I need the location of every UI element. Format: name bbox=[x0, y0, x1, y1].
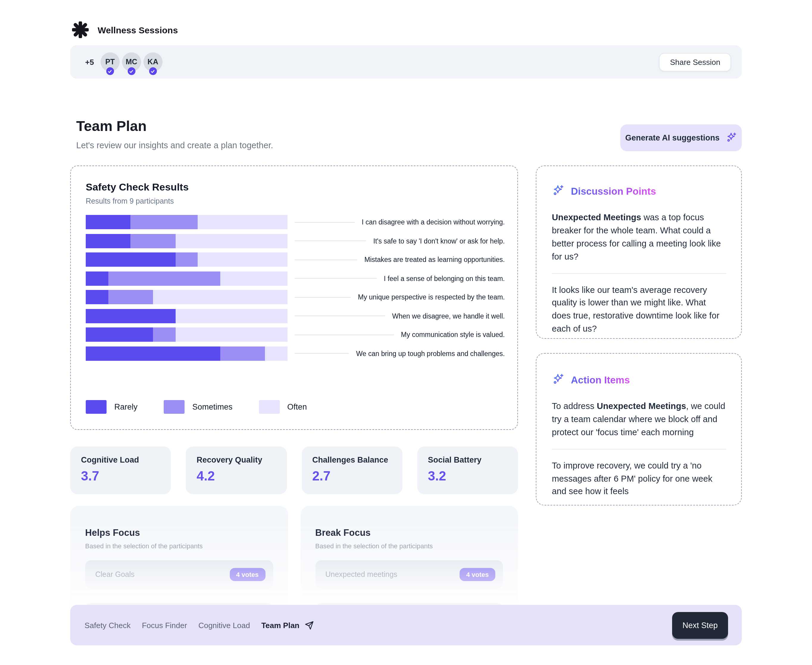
tab-label: Team Plan bbox=[261, 621, 300, 630]
legend-label: Often bbox=[287, 402, 307, 411]
bar-segment-sometimes bbox=[220, 346, 265, 360]
chart-row-label: My communication style is valued. bbox=[401, 331, 505, 338]
generate-ai-suggestions-button[interactable]: Generate AI suggestions bbox=[620, 124, 742, 151]
bar-segment-rarely bbox=[86, 271, 108, 285]
bar-segment-rarely bbox=[86, 328, 153, 342]
action-item: To address Unexpected Meetings, we could… bbox=[552, 390, 726, 449]
stacked-bar bbox=[86, 290, 288, 304]
discussion-point-bold: Unexpected Meetings bbox=[552, 213, 641, 222]
bar-segment-rarely bbox=[86, 215, 131, 229]
stacked-bar bbox=[86, 234, 288, 248]
chart-row: My unique perspective is respected by th… bbox=[86, 290, 505, 304]
chart-legend: RarelySometimesOften bbox=[86, 400, 517, 413]
discussion-point: Unexpected Meetings was a top focus brea… bbox=[552, 201, 726, 273]
checkmark-badge-icon bbox=[128, 67, 136, 75]
focus-panel-subtitle: Based in the selection of the participan… bbox=[315, 542, 503, 549]
chart-row: I feel a sense of belonging on this team… bbox=[86, 271, 505, 285]
chart-row: My communication style is valued. bbox=[86, 328, 505, 342]
stat-card-label: Challenges Balance bbox=[312, 455, 403, 464]
stacked-bar bbox=[86, 271, 288, 285]
paper-plane-icon bbox=[305, 621, 314, 630]
focus-vote-row: Clear Goals4 votes bbox=[85, 560, 273, 589]
stacked-bar bbox=[86, 328, 288, 342]
stat-card-value: 4.2 bbox=[197, 468, 287, 484]
checkmark-badge-icon bbox=[106, 67, 114, 75]
chart-row: We can bring up tough problems and chall… bbox=[86, 346, 505, 360]
avatar[interactable]: KA bbox=[144, 52, 162, 71]
avatar[interactable]: MC bbox=[122, 52, 141, 71]
stacked-bar bbox=[86, 309, 288, 323]
avatar-initials: MC bbox=[126, 58, 137, 66]
chart-row: It's safe to say 'I don't know' or ask f… bbox=[86, 234, 505, 248]
safety-check-subtitle: Results from 9 participants bbox=[86, 197, 517, 205]
tab-team-plan[interactable]: Team Plan bbox=[261, 621, 314, 630]
action-items-list: To address Unexpected Meetings, we could… bbox=[552, 390, 726, 508]
bar-segment-rarely bbox=[86, 234, 131, 248]
legend-swatch bbox=[164, 400, 185, 413]
tab-label: Safety Check bbox=[85, 621, 131, 630]
chart-row-label: When we disagree, we handle it well. bbox=[392, 312, 505, 319]
bar-segment-rarely bbox=[86, 346, 220, 360]
wellness-sessions-app: Wellness Sessions +5 PTMCKA Share Sessio… bbox=[0, 0, 812, 665]
focus-item-label: Unexpected meetings bbox=[325, 570, 397, 579]
stat-card-label: Social Battery bbox=[428, 455, 518, 464]
avatar[interactable]: PT bbox=[101, 52, 120, 71]
bar-segment-sometimes bbox=[131, 215, 198, 229]
legend-item: Often bbox=[259, 400, 307, 413]
avatar-initials: KA bbox=[147, 58, 158, 66]
stat-card: Challenges Balance2.7 bbox=[301, 447, 403, 494]
safety-check-results-panel: Safety Check Results Results from 9 part… bbox=[70, 165, 518, 430]
checkmark-badge-icon bbox=[149, 67, 157, 75]
discussion-points-panel: Discussion Points Unexpected Meetings wa… bbox=[536, 165, 742, 339]
label-connector-line bbox=[295, 241, 366, 241]
label-connector-line bbox=[295, 334, 394, 335]
app-header: Wellness Sessions bbox=[72, 21, 178, 38]
sparkles-icon bbox=[552, 373, 564, 388]
stat-card: Cognitive Load3.7 bbox=[70, 447, 171, 494]
stats-row: Cognitive Load3.7Recovery Quality4.2Chal… bbox=[70, 447, 518, 494]
legend-item: Sometimes bbox=[164, 400, 232, 413]
bar-segment-often bbox=[220, 271, 288, 285]
focus-panel-title: Helps Focus bbox=[85, 527, 273, 538]
chart-row-label: My unique perspective is respected by th… bbox=[358, 293, 505, 301]
next-step-button[interactable]: Next Step bbox=[672, 612, 728, 639]
bar-segment-often bbox=[175, 234, 288, 248]
discussion-point: It looks like our team's average recover… bbox=[552, 273, 726, 345]
tab-safety-check[interactable]: Safety Check bbox=[85, 621, 131, 630]
label-connector-line bbox=[295, 316, 385, 316]
focus-panel-title: Break Focus bbox=[315, 527, 503, 538]
label-connector-line bbox=[295, 222, 355, 222]
legend-swatch bbox=[86, 400, 106, 413]
focus-vote-row: Unexpected meetings4 votes bbox=[315, 560, 503, 589]
votes-badge: 4 votes bbox=[229, 568, 265, 581]
action-item-prefix: To address bbox=[552, 401, 597, 411]
participants-bar: +5 PTMCKA Share Session bbox=[70, 45, 742, 79]
label-connector-line bbox=[295, 278, 377, 278]
footer-tabs: Safety CheckFocus FinderCognitive LoadTe… bbox=[85, 621, 314, 630]
bar-segment-rarely bbox=[86, 309, 175, 323]
bar-segment-sometimes bbox=[131, 234, 176, 248]
legend-label: Rarely bbox=[114, 402, 138, 411]
discussion-point-text: It looks like our team's average recover… bbox=[552, 285, 719, 333]
stat-card-value: 2.7 bbox=[312, 468, 403, 484]
focus-panel-subtitle: Based in the selection of the participan… bbox=[85, 542, 273, 549]
participants-avatars: PTMCKA bbox=[101, 52, 165, 71]
tab-focus-finder[interactable]: Focus Finder bbox=[142, 621, 187, 630]
stacked-bar bbox=[86, 252, 288, 267]
tab-cognitive-load[interactable]: Cognitive Load bbox=[198, 621, 250, 630]
share-session-button[interactable]: Share Session bbox=[659, 53, 731, 71]
legend-label: Sometimes bbox=[192, 402, 232, 411]
legend-item: Rarely bbox=[86, 400, 138, 413]
bar-segment-often bbox=[175, 309, 288, 323]
bar-segment-often bbox=[265, 346, 288, 360]
safety-check-chart: I can disagree with a decision without w… bbox=[86, 215, 517, 360]
chart-row: When we disagree, we handle it well. bbox=[86, 309, 505, 323]
sparkles-icon bbox=[726, 131, 737, 144]
votes-badge: 4 votes bbox=[460, 568, 495, 581]
label-connector-line bbox=[295, 353, 349, 354]
label-connector-line bbox=[295, 297, 351, 297]
page-title: Team Plan bbox=[76, 118, 147, 134]
bar-segment-sometimes bbox=[108, 290, 153, 304]
stacked-bar bbox=[86, 346, 288, 360]
label-connector-line bbox=[295, 259, 357, 260]
